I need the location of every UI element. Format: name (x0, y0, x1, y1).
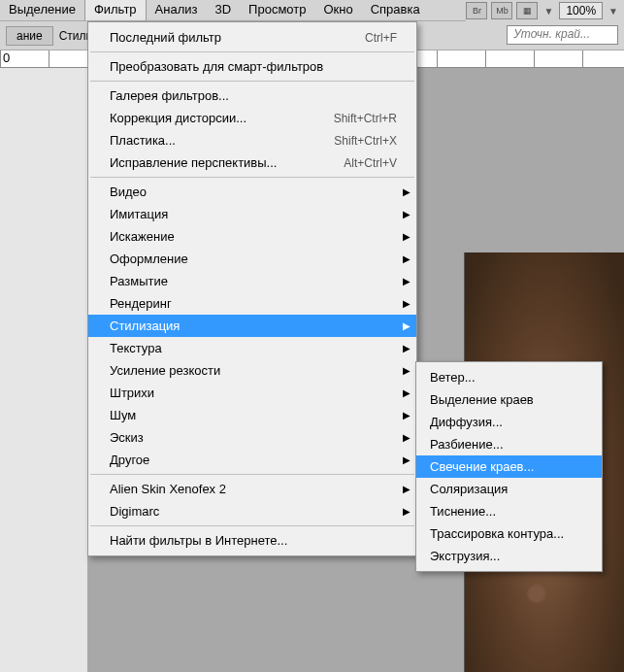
menuitem-label: Галерея фильтров... (110, 88, 229, 103)
menuitem-distort[interactable]: Искажение▶ (88, 225, 416, 248)
menuitem-label: Alien Skin Xenofex 2 (110, 482, 226, 496)
submenuitem-trace-contour[interactable]: Трассировка контура... (416, 522, 602, 545)
submenuitem-diffuse[interactable]: Диффузия... (416, 411, 602, 433)
menuitem-label: Штрихи (110, 386, 154, 400)
submenu-arrow-icon: ▶ (403, 253, 411, 264)
submenu-arrow-icon: ▶ (403, 484, 411, 494)
ruler-tick: 0 (0, 50, 49, 67)
menuitem-label: Видео (110, 185, 147, 199)
menuitem-pixelate[interactable]: Оформление▶ (88, 248, 416, 270)
submenu-arrow-icon: ▶ (403, 387, 411, 398)
submenuitem-glowing-edges[interactable]: Свечение краев... (416, 455, 602, 478)
submenu-arrow-icon: ▶ (403, 454, 411, 465)
menuitem-label: Digimarc (110, 504, 159, 519)
menuitem-shortcut: Shift+Ctrl+X (334, 134, 397, 148)
screen-mode-icon[interactable]: ▦ (516, 2, 538, 19)
menu-selection[interactable]: Выделение (0, 0, 84, 20)
menuitem-other[interactable]: Другое▶ (88, 449, 416, 471)
submenu-arrow-icon: ▶ (403, 298, 411, 309)
menuitem-brush-strokes[interactable]: Штрихи▶ (88, 382, 416, 404)
separator (90, 177, 414, 178)
submenu-arrow-icon: ▶ (403, 209, 411, 219)
menuitem-stylize[interactable]: Стилизация▶ (88, 315, 416, 337)
submenuitem-solarize[interactable]: Соляризация (416, 478, 602, 500)
separator (90, 525, 414, 526)
submenuitem-extrude[interactable]: Экструзия... (416, 545, 602, 567)
menuitem-label: Стилизация (110, 319, 180, 333)
menu-3d[interactable]: 3D (206, 0, 240, 20)
tool-tab[interactable]: ание (6, 26, 53, 46)
menuitem-label: Рендеринг (110, 296, 172, 311)
menuitem-digimarc[interactable]: Digimarc▶ (88, 500, 416, 522)
menuitem-shortcut: Alt+Ctrl+V (344, 156, 397, 170)
menuitem-xenofex[interactable]: Alien Skin Xenofex 2▶ (88, 478, 416, 500)
menu-filter[interactable]: Фильтр (84, 0, 147, 20)
menuitem-last-filter[interactable]: Последний фильтр Ctrl+F (88, 26, 416, 49)
refine-edge-input[interactable]: Уточн. край... (507, 25, 618, 45)
chevron-down-icon[interactable]: ▼ (542, 6, 555, 17)
zoom-level[interactable]: 100% (559, 2, 603, 19)
submenu-arrow-icon: ▶ (403, 276, 411, 286)
menuitem-label: Преобразовать для смарт-фильтров (110, 59, 323, 74)
menuitem-render[interactable]: Рендеринг▶ (88, 292, 416, 315)
menuitem-label: Размытие (110, 274, 168, 288)
menuitem-label: Другое (110, 453, 149, 467)
submenu-arrow-icon: ▶ (403, 365, 411, 376)
menu-analysis[interactable]: Анализ (147, 0, 207, 20)
submenu-arrow-icon: ▶ (403, 506, 411, 517)
menuitem-liquify[interactable]: Пластика...Shift+Ctrl+X (88, 129, 416, 151)
menuitem-label: Последний фильтр (110, 30, 221, 45)
menuitem-texture[interactable]: Текстура▶ (88, 337, 416, 359)
submenu-arrow-icon: ▶ (403, 410, 411, 420)
submenu-arrow-icon: ▶ (403, 320, 411, 331)
toolbar-right: Br Mb ▦ ▼ 100% ▼ (466, 0, 624, 21)
separator (90, 474, 414, 475)
submenu-arrow-icon: ▶ (403, 231, 411, 242)
menuitem-convert-smart[interactable]: Преобразовать для смарт-фильтров (88, 55, 416, 78)
menuitem-label: Имитация (110, 207, 168, 221)
mb-icon[interactable]: Mb (491, 2, 512, 19)
ruler-tick (485, 50, 534, 67)
menuitem-browse-online[interactable]: Найти фильтры в Интернете... (88, 529, 416, 552)
submenu-arrow-icon: ▶ (403, 186, 411, 197)
submenuitem-emboss[interactable]: Тиснение... (416, 500, 602, 522)
menu-help[interactable]: Справка (362, 0, 429, 20)
separator (90, 51, 414, 52)
filter-dropdown: Последний фильтр Ctrl+F Преобразовать дл… (87, 21, 417, 556)
menuitem-label: Коррекция дисторсии... (110, 111, 246, 125)
menuitem-vanishing-point[interactable]: Исправление перспективы...Alt+Ctrl+V (88, 151, 416, 174)
menuitem-lens-correction[interactable]: Коррекция дисторсии...Shift+Ctrl+R (88, 107, 416, 129)
menuitem-label: Шум (110, 408, 136, 422)
stylize-submenu: Ветер... Выделение краев Диффузия... Раз… (415, 361, 603, 572)
submenuitem-find-edges[interactable]: Выделение краев (416, 388, 602, 411)
ruler-tick (582, 50, 624, 67)
submenu-arrow-icon: ▶ (403, 432, 411, 443)
menuitem-noise[interactable]: Шум▶ (88, 404, 416, 426)
menuitem-label: Пластика... (110, 133, 176, 148)
separator (90, 81, 414, 82)
menuitem-label: Найти фильтры в Интернете... (110, 533, 287, 548)
menuitem-artistic[interactable]: Имитация▶ (88, 203, 416, 225)
submenu-arrow-icon: ▶ (403, 343, 411, 353)
ruler-tick (534, 50, 582, 67)
zoom-chevron-icon[interactable]: ▼ (607, 6, 620, 17)
menuitem-video[interactable]: Видео▶ (88, 181, 416, 203)
bridge-icon[interactable]: Br (466, 2, 487, 19)
submenuitem-tiles[interactable]: Разбиение... (416, 433, 602, 455)
document-background (0, 68, 87, 672)
menuitem-label: Усиление резкости (110, 363, 220, 378)
menuitem-label: Текстура (110, 341, 162, 355)
menu-view[interactable]: Просмотр (240, 0, 314, 20)
submenuitem-wind[interactable]: Ветер... (416, 366, 602, 388)
menu-window[interactable]: Окно (314, 0, 361, 20)
menuitem-label: Эскиз (110, 430, 144, 445)
ruler-tick (437, 50, 485, 67)
menuitem-sharpen[interactable]: Усиление резкости▶ (88, 359, 416, 382)
menuitem-filter-gallery[interactable]: Галерея фильтров... (88, 84, 416, 107)
menuitem-label: Исправление перспективы... (110, 155, 277, 170)
menuitem-sketch[interactable]: Эскиз▶ (88, 426, 416, 449)
menuitem-shortcut: Shift+Ctrl+R (334, 112, 397, 125)
menuitem-label: Оформление (110, 252, 188, 266)
menuitem-blur[interactable]: Размытие▶ (88, 270, 416, 292)
menuitem-label: Искажение (110, 229, 175, 244)
